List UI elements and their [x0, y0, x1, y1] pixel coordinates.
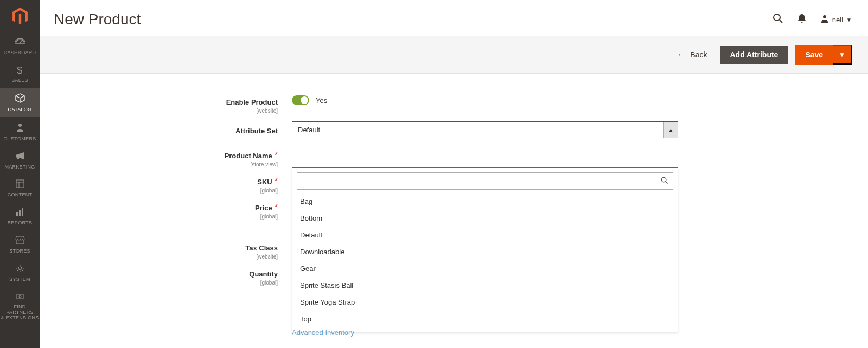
partners-icon — [15, 292, 25, 302]
field-label: Tax Class — [245, 244, 278, 252]
svg-point-12 — [823, 15, 826, 18]
dropdown-option[interactable]: Bag — [297, 193, 673, 210]
nav-partners[interactable]: FIND PARTNERS & EXTENSIONS — [0, 287, 40, 325]
nav-content[interactable]: CONTENT — [0, 174, 40, 202]
gauge-icon — [15, 38, 25, 48]
add-attribute-button[interactable]: Add Attribute — [720, 46, 788, 64]
nav-label: SALES — [11, 78, 28, 83]
nav-stores[interactable]: STORES — [0, 230, 40, 259]
dropdown-option[interactable]: Downloadable — [297, 243, 673, 260]
attribute-set-dropdown: Bag Bottom Default Downloadable Gear Spr… — [292, 167, 678, 332]
field-attribute-set: Attribute Set Default ▲ — [40, 121, 868, 138]
svg-point-13 — [661, 177, 666, 182]
chevron-up-icon: ▲ — [663, 122, 678, 138]
nav-reports[interactable]: REPORTS — [0, 202, 40, 230]
nav-marketing[interactable]: MARKETING — [0, 146, 40, 175]
header-actions: neil ▼ — [773, 13, 852, 27]
toggle-value-label: Yes — [316, 96, 327, 105]
nav-label: REPORTS — [8, 221, 32, 226]
nav-label: FIND PARTNERS & EXTENSIONS — [0, 305, 40, 321]
svg-rect-8 — [17, 294, 23, 299]
field-label: Quantity — [249, 270, 278, 278]
svg-line-11 — [780, 20, 782, 23]
person-icon — [16, 123, 24, 134]
select-value: Default — [292, 122, 663, 138]
svg-rect-4 — [16, 212, 18, 216]
field-scope: [global] — [40, 280, 278, 286]
nav-label: CONTENT — [8, 192, 33, 198]
nav-label: CUSTOMERS — [3, 137, 36, 142]
search-icon[interactable] — [773, 13, 783, 27]
svg-line-14 — [666, 182, 668, 184]
required-indicator: * — [275, 151, 278, 160]
dropdown-search — [297, 172, 673, 190]
svg-rect-6 — [22, 208, 23, 216]
nav-catalog[interactable]: CATALOG — [0, 88, 40, 117]
dollar-icon: $ — [17, 66, 22, 75]
field-label: Product Name — [225, 152, 272, 160]
back-label: Back — [690, 50, 707, 59]
field-product-name: Product Name* [store view] — [40, 149, 868, 167]
arrow-left-icon: ← — [677, 50, 686, 60]
save-button-group: Save ▼ — [795, 45, 852, 65]
nav-sales[interactable]: $ SALES — [0, 60, 40, 88]
search-icon — [661, 177, 668, 186]
svg-rect-5 — [19, 210, 21, 216]
store-icon — [15, 236, 25, 246]
user-menu[interactable]: neil ▼ — [820, 14, 852, 25]
field-enable-product: Enable Product [website] Yes — [40, 95, 868, 114]
gear-icon — [16, 264, 24, 274]
dropdown-option[interactable]: Sprite Yoga Strap — [297, 294, 673, 311]
dropdown-list: Bag Bottom Default Downloadable Gear Spr… — [297, 193, 673, 327]
save-button[interactable]: Save — [795, 45, 833, 65]
page-header: New Product neil ▼ — [40, 0, 868, 36]
user-icon — [820, 14, 829, 25]
field-scope: [global] — [40, 188, 278, 194]
dropdown-search-input[interactable] — [297, 174, 661, 189]
svg-point-9 — [19, 295, 21, 298]
layout-icon — [16, 179, 24, 190]
save-dropdown-toggle[interactable]: ▼ — [833, 45, 852, 65]
nav-label: CATALOG — [8, 107, 32, 113]
magento-logo[interactable] — [0, 0, 40, 33]
toggle-knob — [301, 96, 308, 104]
advanced-inventory-link[interactable]: Advanced Inventory — [292, 328, 354, 337]
attribute-set-select[interactable]: Default ▲ — [292, 121, 678, 138]
nav-label: STORES — [9, 249, 30, 254]
back-button[interactable]: ← Back — [677, 50, 707, 60]
field-scope: [global] — [40, 214, 278, 220]
field-label: Price — [255, 204, 272, 212]
dropdown-option[interactable]: Top — [297, 311, 673, 327]
svg-rect-1 — [16, 180, 24, 188]
field-scope: [store view] — [40, 162, 278, 167]
nav-label: SYSTEM — [9, 277, 30, 282]
page-title: New Product — [54, 11, 773, 28]
main-content: New Product neil ▼ ← Back Add Attribute … — [40, 0, 868, 348]
field-label: Attribute Set — [235, 127, 278, 135]
action-toolbar: ← Back Add Attribute Save ▼ — [40, 36, 868, 74]
required-indicator: * — [275, 177, 278, 186]
nav-label: MARKETING — [4, 165, 35, 170]
admin-sidebar: DASHBOARD $ SALES CATALOG CUSTOMERS MARK… — [0, 0, 40, 348]
bars-icon — [16, 208, 24, 218]
megaphone-icon — [15, 152, 25, 162]
user-name: neil — [832, 16, 843, 24]
dropdown-option[interactable]: Bottom — [297, 210, 673, 227]
nav-customers[interactable]: CUSTOMERS — [0, 117, 40, 146]
svg-point-7 — [18, 267, 22, 270]
bell-icon[interactable] — [797, 14, 806, 26]
nav-system[interactable]: SYSTEM — [0, 259, 40, 287]
enable-product-toggle[interactable] — [292, 95, 309, 105]
field-label: SKU — [257, 178, 272, 186]
svg-point-10 — [774, 14, 780, 21]
dropdown-option[interactable]: Gear — [297, 260, 673, 277]
field-label: Enable Product — [226, 98, 278, 106]
required-indicator: * — [275, 203, 278, 212]
cube-icon — [15, 93, 25, 105]
chevron-down-icon: ▼ — [846, 17, 852, 23]
field-scope: [website] — [40, 254, 278, 260]
field-scope: [website] — [40, 108, 278, 114]
dropdown-option[interactable]: Sprite Stasis Ball — [297, 277, 673, 294]
nav-dashboard[interactable]: DASHBOARD — [0, 33, 40, 60]
dropdown-option[interactable]: Default — [297, 227, 673, 243]
